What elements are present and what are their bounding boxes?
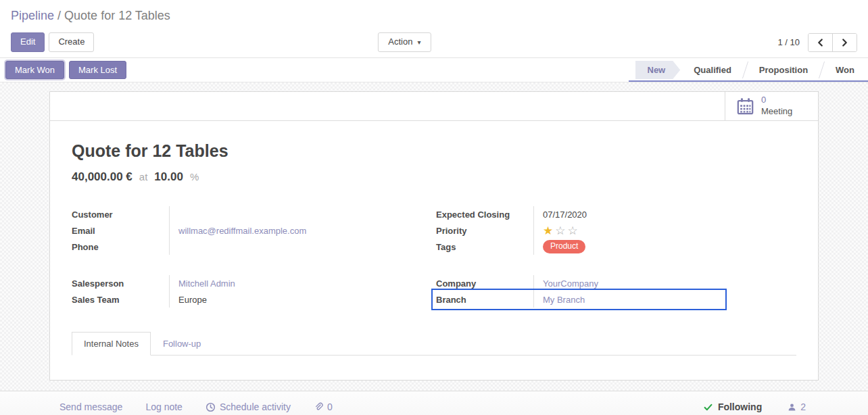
tags-value: Product (533, 239, 776, 255)
field-email: Email willmac@rediffmail.example.com (72, 222, 412, 239)
person-icon (788, 403, 796, 412)
phone-label: Phone (72, 242, 169, 252)
company-label: Company (436, 278, 533, 289)
pager-next-button[interactable] (832, 34, 857, 51)
sheet-body: Quote for 12 Tables 40,000.00 € at 10.00… (50, 121, 818, 391)
control-panel: Edit Create Action ▾ 1 / 10 (0, 27, 868, 58)
email-label: Email (72, 226, 169, 236)
expected-revenue-row: 40,000.00 € at 10.00 % (72, 170, 796, 184)
pager: 1 / 10 (777, 33, 857, 52)
salesperson-value[interactable]: Mitchell Admin (169, 275, 412, 291)
paperclip-icon (314, 402, 323, 412)
priority-value: ★☆☆ (533, 222, 776, 239)
tag-product-badge[interactable]: Product (543, 240, 585, 254)
meeting-label: Meeting (761, 106, 792, 118)
chatter-bar: Send message Log note Schedule activity … (0, 391, 868, 415)
stage-proposition[interactable]: Proposition (746, 58, 821, 82)
probability-value: 10.00 (154, 170, 183, 184)
schedule-activity-button[interactable]: Schedule activity (206, 401, 291, 412)
salesperson-label: Salesperson (72, 278, 169, 289)
field-customer: Customer (72, 206, 412, 222)
attachments-button[interactable]: 0 (314, 401, 333, 412)
tags-label: Tags (436, 242, 533, 252)
customer-label: Customer (72, 210, 169, 220)
expected-closing-label: Expected Closing (436, 210, 533, 220)
following-toggle[interactable]: Following (704, 401, 762, 412)
pager-buttons (808, 33, 857, 52)
group-customer-info: Customer Email willmac@rediffmail.exampl… (72, 206, 412, 255)
check-icon (704, 403, 713, 412)
field-sales-team: Sales Team Europe (72, 291, 412, 308)
meeting-count: 0 (761, 95, 792, 106)
company-value[interactable]: YourCompany (533, 275, 776, 291)
field-expected-closing: Expected Closing 07/17/2020 (436, 206, 776, 222)
star-empty-icon[interactable]: ☆ (568, 224, 580, 237)
chevron-left-icon (817, 39, 823, 47)
meeting-stat-text: 0 Meeting (761, 95, 792, 118)
form-sheet: 0 Meeting Quote for 12 Tables 40,000.00 … (49, 91, 819, 381)
branch-label: Branch (436, 295, 533, 305)
priority-stars: ★☆☆ (543, 225, 580, 237)
create-button[interactable]: Create (49, 32, 94, 51)
field-tags: Tags Product (436, 239, 776, 255)
action-label: Action (388, 37, 412, 47)
field-priority: Priority ★☆☆ (436, 222, 776, 239)
breadcrumb-separator: / (57, 9, 61, 22)
stage-new[interactable]: New (635, 61, 681, 79)
group-sales-info: Salesperson Mitchell Admin Sales Team Eu… (72, 275, 412, 308)
mark-won-button[interactable]: Mark Won (5, 61, 64, 79)
chevron-right-icon (842, 39, 848, 47)
stat-button-box: 0 Meeting (50, 92, 818, 121)
edit-button[interactable]: Edit (11, 32, 45, 51)
branch-value[interactable]: My Branch (533, 291, 776, 308)
phone-value[interactable] (169, 239, 412, 255)
group-company-info: Company YourCompany Branch My Branch (436, 275, 776, 308)
breadcrumb: Pipeline / Quote for 12 Tables (0, 0, 868, 27)
sales-team-value[interactable]: Europe (169, 291, 412, 308)
email-value[interactable]: willmac@rediffmail.example.com (169, 222, 412, 239)
tab-follow-up[interactable]: Follow-up (151, 332, 213, 356)
action-button[interactable]: Action ▾ (378, 32, 431, 51)
statusbar-buttons: Mark Won Mark Lost (5, 61, 126, 79)
at-label: at (139, 171, 148, 182)
pager-previous-button[interactable] (809, 34, 832, 51)
calendar-icon (736, 97, 754, 116)
caret-down-icon: ▾ (417, 39, 420, 46)
priority-label: Priority (436, 226, 533, 236)
send-message-button[interactable]: Send message (59, 401, 122, 412)
following-label: Following (718, 401, 762, 412)
mark-lost-button[interactable]: Mark Lost (69, 61, 126, 79)
attachment-count: 0 (327, 401, 333, 412)
statusbar: Mark Won Mark Lost New Qualified Proposi… (0, 58, 868, 82)
field-phone: Phone (72, 239, 412, 255)
log-note-button[interactable]: Log note (145, 401, 183, 412)
field-branch: Branch My Branch (436, 291, 776, 308)
form-view-background: 0 Meeting Quote for 12 Tables 40,000.00 … (0, 82, 868, 391)
field-company: Company YourCompany (436, 275, 776, 291)
expected-revenue-value: 40,000.00 € (72, 170, 132, 184)
follower-count: 2 (800, 401, 806, 412)
tab-internal-notes[interactable]: Internal Notes (72, 332, 151, 356)
group-opportunity-info: Expected Closing 07/17/2020 Priority ★☆☆… (436, 206, 776, 255)
stage-won[interactable]: Won (822, 58, 868, 82)
customer-value[interactable] (169, 206, 412, 222)
breadcrumb-current: Quote for 12 Tables (64, 9, 170, 22)
field-salesperson: Salesperson Mitchell Admin (72, 275, 412, 291)
field-groups: Customer Email willmac@rediffmail.exampl… (72, 206, 796, 308)
action-dropdown[interactable]: Action ▾ (378, 32, 431, 51)
star-filled-icon[interactable]: ★ (543, 224, 555, 237)
page-title: Quote for 12 Tables (72, 141, 796, 161)
stage-qualified[interactable]: Qualified (680, 58, 745, 82)
stage-pipeline: New Qualified Proposition Won (629, 58, 868, 82)
sales-team-label: Sales Team (72, 295, 169, 305)
followers-button[interactable]: 2 (788, 401, 806, 412)
meetings-stat-button[interactable]: 0 Meeting (725, 92, 818, 120)
star-empty-icon[interactable]: ☆ (555, 224, 567, 237)
clock-icon (206, 402, 216, 412)
schedule-activity-label: Schedule activity (220, 401, 291, 412)
pager-counter: 1 / 10 (777, 37, 800, 47)
expected-closing-value[interactable]: 07/17/2020 (533, 206, 776, 222)
breadcrumb-pipeline-link[interactable]: Pipeline (11, 9, 54, 22)
percent-sign: % (190, 171, 199, 182)
notebook-tabs: Internal Notes Follow-up (72, 332, 796, 356)
